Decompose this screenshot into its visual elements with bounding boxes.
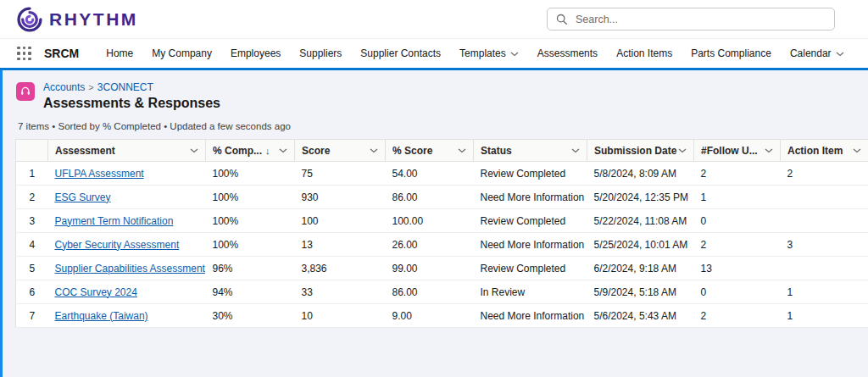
cell-status: Review Completed — [474, 209, 587, 233]
assessment-link[interactable]: Payment Term Notification — [55, 215, 174, 227]
table-row: 5Supplier Capabilities Assessment96%3,83… — [16, 257, 868, 280]
chevron-down-icon — [279, 148, 287, 153]
app-name: SRCM — [44, 47, 79, 60]
cell-action-item — [781, 186, 868, 209]
cell-follow-up: 0 — [694, 280, 781, 304]
cell-status: Review Completed — [474, 162, 587, 186]
chevron-down-icon — [510, 52, 519, 57]
row-number: 4 — [16, 233, 48, 257]
cell-assessment: Earthquake (Taiwan) — [48, 304, 206, 328]
rhythm-logo-icon — [17, 7, 42, 32]
search-input[interactable] — [574, 13, 826, 26]
cell-assessment: ESG Survey — [48, 186, 206, 209]
assessment-link[interactable]: ESG Survey — [55, 191, 111, 203]
column-header-score[interactable]: Score — [295, 140, 386, 162]
cell-follow-up: 0 — [694, 209, 781, 233]
assessment-link[interactable]: UFLPA Assessment — [55, 168, 144, 180]
chevron-down-icon — [678, 148, 687, 153]
nav-item-label: Employees — [231, 47, 281, 59]
assessment-link[interactable]: Cyber Security Assessment — [55, 239, 180, 251]
top-header: RHYTHM — [0, 0, 868, 39]
row-number: 6 — [16, 280, 48, 304]
cell-follow-up: 1 — [694, 186, 781, 209]
cell-percent-completed: 94% — [206, 280, 295, 304]
nav-item-label: My Company — [152, 47, 212, 59]
cell-action-item — [781, 209, 868, 233]
chevron-down-icon — [458, 148, 466, 153]
app-nav: SRCM HomeMy CompanyEmployeesSuppliersSup… — [0, 39, 868, 70]
nav-item-parts-compliance[interactable]: Parts Compliance — [691, 47, 771, 59]
search-icon — [556, 14, 568, 25]
table-row: 4Cyber Security Assessment100%1326.00Nee… — [16, 233, 868, 257]
column-header-status[interactable]: Status — [474, 140, 587, 162]
cell-follow-up: 2 — [694, 162, 781, 186]
table-container: Assessment% Comp...↓Score% ScoreStatusSu… — [15, 139, 868, 328]
column-header-action-item[interactable]: Action Item — [781, 140, 868, 162]
column-label: Action Item — [787, 145, 843, 157]
cell-score: 10 — [295, 304, 386, 328]
nav-item-employees[interactable]: Employees — [231, 47, 281, 59]
row-number: 5 — [16, 257, 48, 280]
nav-item-label: Suppliers — [299, 47, 342, 59]
cell-status: Need More Information — [474, 233, 587, 257]
cell-percent-score: 26.00 — [386, 233, 474, 257]
nav-item-suppliers[interactable]: Suppliers — [299, 47, 342, 59]
global-search[interactable] — [547, 8, 835, 30]
chevron-down-icon — [190, 148, 198, 153]
nav-item-my-company[interactable]: My Company — [152, 47, 212, 59]
cell-assessment: Payment Term Notification — [48, 209, 206, 233]
cell-percent-score: 86.00 — [386, 280, 474, 304]
nav-item-assessments[interactable]: Assessments — [537, 47, 598, 59]
assessment-link[interactable]: Earthquake (Taiwan) — [55, 310, 148, 322]
cell-submission-date: 5/6/2024, 5:43 AM — [587, 304, 694, 328]
chevron-down-icon — [853, 148, 861, 153]
breadcrumb-link-accounts[interactable]: Accounts — [43, 81, 85, 93]
headset-icon — [19, 86, 31, 97]
cell-percent-score: 54.00 — [386, 162, 474, 186]
cell-score: 100 — [295, 209, 386, 233]
nav-item-label: Action Items — [616, 47, 672, 59]
column-header-assessment[interactable]: Assessment — [48, 140, 206, 162]
column-label: Score — [302, 145, 330, 157]
main-content: Accounts>3CONNECT Assessments & Response… — [0, 70, 868, 377]
cell-assessment: UFLPA Assessment — [48, 162, 206, 186]
nav-items: HomeMy CompanyEmployeesSuppliersSupplier… — [106, 47, 860, 59]
row-number: 7 — [16, 304, 48, 328]
list-meta: 7 items • Sorted by % Completed • Update… — [3, 121, 868, 131]
brand-logo: RHYTHM — [17, 7, 138, 32]
page-title: Assessments & Responses — [43, 96, 220, 111]
breadcrumb-link-3connect[interactable]: 3CONNECT — [97, 81, 153, 93]
page-header-text: Accounts>3CONNECT Assessments & Response… — [43, 81, 220, 111]
assessment-link[interactable]: Supplier Capabilities Assessment — [55, 263, 205, 274]
column-header-follow-u[interactable]: #Follow U... — [694, 140, 781, 162]
sort-desc-icon: ↓ — [265, 146, 270, 156]
column-label: % Comp... — [213, 145, 262, 157]
nav-item-action-items[interactable]: Action Items — [616, 47, 672, 59]
cell-status: Need More Information — [474, 186, 587, 209]
column-header-submission-date[interactable]: Submission Date — [587, 140, 694, 162]
cell-action-item — [781, 257, 868, 280]
cell-assessment: Cyber Security Assessment — [48, 233, 206, 257]
column-header-comp[interactable]: % Comp...↓ — [206, 140, 295, 162]
cell-status: In Review — [474, 280, 587, 304]
nav-item-home[interactable]: Home — [106, 47, 133, 59]
app-launcher-icon[interactable] — [17, 47, 31, 61]
cell-submission-date: 5/8/2024, 8:09 AM — [587, 162, 694, 186]
nav-item-supplier-contacts[interactable]: Supplier Contacts — [360, 47, 441, 59]
table-row: 6COC Survey 202494%3386.00In Review5/9/2… — [16, 280, 868, 304]
assessment-link[interactable]: COC Survey 2024 — [55, 286, 137, 298]
cell-status: Review Completed — [474, 257, 587, 280]
nav-item-calendar[interactable]: Calendar — [790, 47, 844, 59]
cell-follow-up: 2 — [694, 304, 781, 328]
nav-item-label: Templates — [459, 47, 506, 59]
cell-percent-completed: 30% — [206, 304, 295, 328]
breadcrumb-separator: > — [88, 82, 93, 92]
cell-follow-up: 13 — [694, 257, 781, 280]
cell-percent-completed: 100% — [206, 162, 295, 186]
chevron-down-icon — [836, 52, 844, 57]
cell-percent-completed: 100% — [206, 233, 295, 257]
row-number: 3 — [16, 209, 48, 233]
column-header-score[interactable]: % Score — [386, 140, 474, 162]
nav-item-templates[interactable]: Templates — [459, 47, 519, 59]
cell-submission-date: 5/25/2024, 10:01 AM — [587, 233, 694, 257]
